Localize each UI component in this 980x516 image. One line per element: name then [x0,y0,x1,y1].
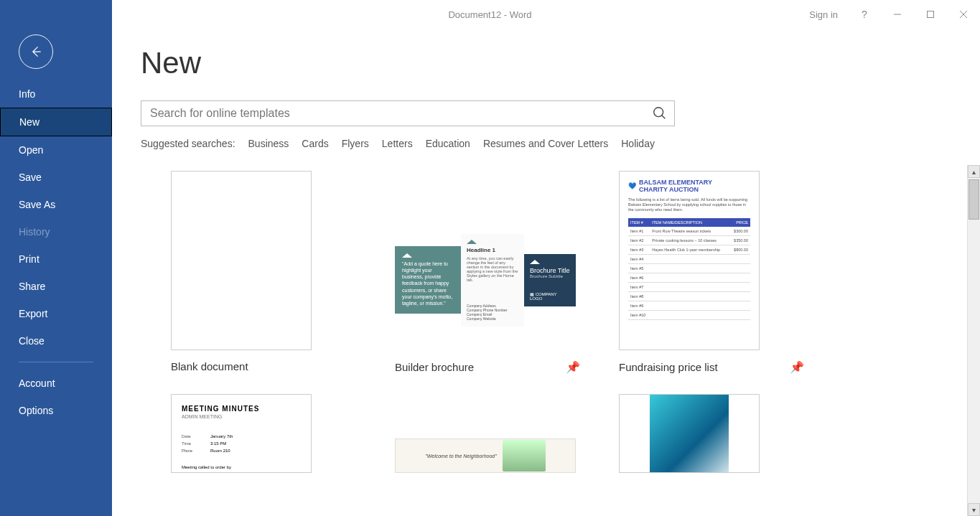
template-thumbnail[interactable] [619,394,760,473]
sidebar-item-info[interactable]: Info [0,80,112,108]
template-card: "Add a quote here to highlight your busi… [395,171,576,374]
suggested-link[interactable]: Letters [382,138,413,149]
template-card: Blank document [171,171,352,374]
suggested-label: Suggested searches: [141,138,235,149]
scroll-up-button[interactable]: ▴ [968,165,980,178]
template-card: "Welcome to the Neighborhood" [395,394,576,473]
sidebar-item-account[interactable]: Account [0,370,112,397]
scroll-down-button[interactable]: ▾ [968,503,980,516]
minimize-button[interactable] [881,0,914,29]
suggested-link[interactable]: Business [248,138,289,149]
template-thumbnail[interactable]: "Add a quote here to highlight your busi… [395,210,576,350]
sidebar-separator [19,362,93,362]
pin-icon[interactable]: 📌 [790,360,800,374]
backstage-sidebar: InfoNewOpenSaveSave AsHistoryPrintShareE… [0,29,112,516]
sidebar-item-save-as[interactable]: Save As [0,191,112,218]
maximize-button[interactable] [914,0,947,29]
pin-icon[interactable]: 📌 [566,360,576,374]
search-container [141,100,675,126]
search-input[interactable] [141,107,645,120]
sidebar-item-new[interactable]: New [0,108,112,136]
suggested-link[interactable]: Holiday [621,138,655,149]
sign-in-button[interactable]: Sign in [799,0,848,29]
template-label: Builder brochure [395,361,474,373]
template-thumbnail[interactable]: 💙 BALSAM ELEMENTARYCHARITY AUCTIONThe fo… [619,171,760,350]
template-thumbnail[interactable] [171,171,312,350]
sidebar-item-export[interactable]: Export [0,300,112,327]
template-thumbnail[interactable]: MEETING MINUTESADMIN MEETINGDateJanuary … [171,394,312,473]
sidebar-item-print[interactable]: Print [0,245,112,273]
content-area: New Suggested searches: BusinessCardsFly… [112,29,980,516]
scroll-track[interactable] [968,178,980,503]
template-card: MEETING MINUTESADMIN MEETINGDateJanuary … [171,394,352,473]
sidebar-item-close[interactable]: Close [0,327,112,355]
suggested-link[interactable]: Resumes and Cover Letters [483,138,608,149]
svg-rect-1 [928,11,934,18]
sidebar-item-history: History [0,218,112,245]
template-card [619,394,800,473]
template-label: Fundraising price list [619,361,718,373]
titlebar-sidebar-fill [0,0,112,29]
close-window-button[interactable] [947,0,980,29]
sidebar-item-open[interactable]: Open [0,136,112,164]
svg-line-5 [662,116,666,119]
help-button[interactable]: ? [848,0,881,29]
template-label: Blank document [171,360,248,372]
sidebar-item-options[interactable]: Options [0,397,112,424]
scrollbar[interactable]: ▴ ▾ [967,165,980,516]
template-gallery: Blank document"Add a quote here to highl… [141,165,964,516]
svg-point-4 [654,108,663,117]
document-title: Document12 - Word [448,9,531,20]
sidebar-item-share[interactable]: Share [0,273,112,300]
back-button[interactable] [19,34,53,69]
template-card: 💙 BALSAM ELEMENTARYCHARITY AUCTIONThe fo… [619,171,800,374]
suggested-link[interactable]: Cards [302,138,328,149]
suggested-searches: Suggested searches: BusinessCardsFlyersL… [141,138,980,149]
template-thumbnail[interactable]: "Welcome to the Neighborhood" [395,438,576,473]
search-button[interactable] [645,101,674,126]
sidebar-item-save[interactable]: Save [0,164,112,191]
page-title: New [141,46,980,80]
title-bar: Document12 - Word Sign in ? [0,0,980,29]
scroll-thumb[interactable] [969,179,979,220]
suggested-link[interactable]: Education [426,138,470,149]
suggested-link[interactable]: Flyers [342,138,369,149]
